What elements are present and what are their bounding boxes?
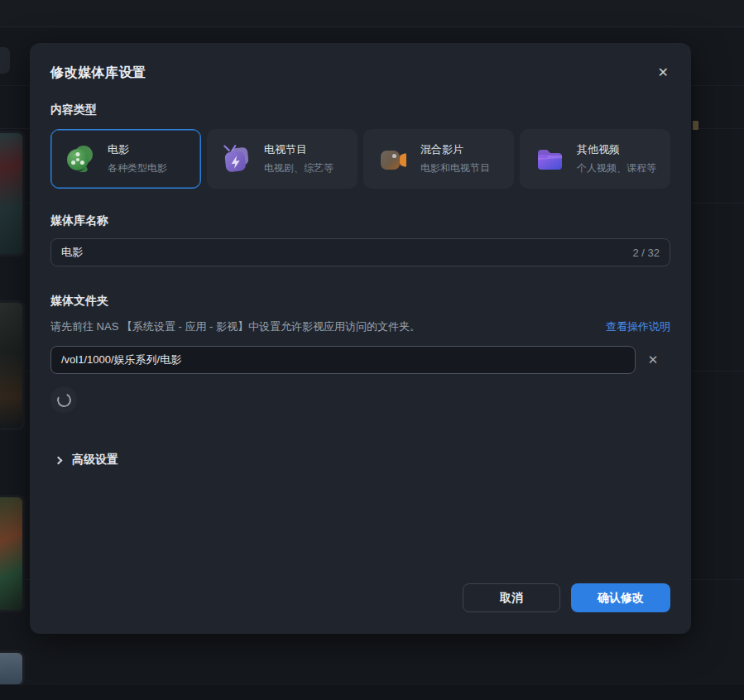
chevron-right-icon (55, 456, 63, 464)
tv-icon (220, 142, 253, 175)
folder-loading-button[interactable] (50, 386, 77, 413)
content-type-card-other[interactable]: 其他视频 个人视频、课程等 (520, 129, 670, 189)
card-texts: 混合影片 电影和电视节目 (420, 142, 490, 175)
poster-image (0, 303, 22, 428)
advanced-settings-label: 高级设置 (72, 453, 118, 467)
camera-icon (377, 142, 410, 175)
confirm-button[interactable]: 确认修改 (571, 583, 670, 612)
poster-image (0, 497, 22, 610)
card-title: 混合影片 (420, 142, 490, 157)
spinner-icon (55, 391, 72, 408)
background-poster-card (0, 495, 25, 612)
dialog-header: 修改媒体库设置 ✕ (50, 65, 670, 84)
folder-path-input[interactable] (61, 354, 625, 367)
library-name-label: 媒体库名称 (50, 213, 670, 228)
background-info-icon (693, 121, 698, 130)
help-link[interactable]: 查看操作说明 (606, 319, 670, 334)
card-subtitle: 各种类型电影 (108, 161, 167, 175)
folder-hint-row: 请先前往 NAS 【系统设置 - 应用 - 影视】中设置允许影视应用访问的文件夹… (50, 319, 670, 334)
folder-path-field (50, 346, 636, 374)
dialog-title: 修改媒体库设置 (50, 65, 146, 82)
content-type-card-mixed[interactable]: 混合影片 电影和电视节目 (363, 129, 514, 189)
card-title: 其他视频 (577, 142, 656, 157)
background-poster-card (0, 131, 25, 257)
card-subtitle: 电影和电视节目 (420, 161, 490, 175)
media-folder-label: 媒体文件夹 (50, 294, 670, 309)
movie-reel-icon (64, 142, 97, 175)
close-icon[interactable]: ✕ (656, 65, 670, 81)
poster-image (0, 133, 22, 254)
card-texts: 电视节目 电视剧、综艺等 (264, 142, 334, 175)
card-title: 电影 (108, 142, 167, 157)
remove-folder-icon[interactable]: ✕ (636, 352, 670, 367)
card-subtitle: 电视剧、综艺等 (264, 161, 334, 175)
char-counter: 2 / 32 (632, 247, 660, 259)
card-texts: 其他视频 个人视频、课程等 (577, 142, 656, 175)
poster-image (0, 653, 22, 684)
content-type-label: 内容类型 (50, 103, 670, 117)
background-poster-card (0, 300, 25, 430)
cancel-button[interactable]: 取消 (463, 583, 560, 612)
library-name-field: 2 / 32 (50, 238, 670, 266)
edit-library-dialog: 修改媒体库设置 ✕ 内容类型 电影 各种类型电影 (30, 43, 691, 634)
card-subtitle: 个人视频、课程等 (577, 161, 656, 175)
library-name-input[interactable] (61, 247, 624, 259)
background-button (0, 47, 10, 74)
content-type-options: 电影 各种类型电影 电视节目 (50, 129, 670, 189)
background-topbar (0, 0, 744, 27)
folder-hint-text: 请先前往 NAS 【系统设置 - 应用 - 影视】中设置允许影视应用访问的文件夹… (50, 319, 420, 334)
dialog-footer: 取消 确认修改 (463, 583, 670, 612)
card-title: 电视节目 (264, 142, 334, 157)
background-bottom-band (0, 685, 744, 700)
card-texts: 电影 各种类型电影 (108, 142, 167, 175)
folder-path-row: ✕ (50, 346, 670, 374)
content-type-card-tv[interactable]: 电视节目 电视剧、综艺等 (207, 129, 358, 189)
background-poster-card (0, 650, 25, 687)
folder-icon (533, 142, 566, 175)
content-type-card-movies[interactable]: 电影 各种类型电影 (50, 129, 201, 189)
advanced-settings-toggle[interactable]: 高级设置 (50, 452, 670, 468)
